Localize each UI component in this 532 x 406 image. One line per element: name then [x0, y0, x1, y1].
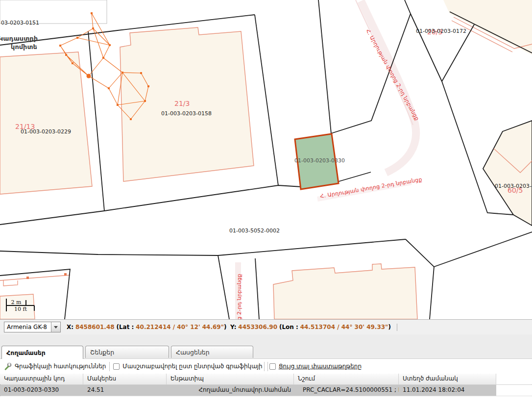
header-subtype[interactable]: Ենթատիպ — [167, 374, 294, 384]
label-21-3-code: 01-003-0203-0158 — [161, 110, 212, 117]
parcels-panel: Գրաֆիկայի հատկություններ Մասշտաբավորել ը… — [0, 358, 532, 406]
scale-to-graphic-checkbox[interactable] — [113, 363, 120, 370]
toolbar-separator — [109, 362, 110, 371]
cell-created-time[interactable]: 11.01.2024 18:02:04 — [399, 385, 496, 396]
lat-close: ) — [224, 324, 226, 330]
x-label: X: — [67, 324, 73, 330]
show-documents-checkbox[interactable] — [269, 363, 276, 370]
scale-to-graphic-label: Մասշտաբավորել ըստ ընտրված գրաֆիկայի — [122, 363, 262, 370]
scale-to-graphic-option[interactable]: Մասշտաբավորել ըստ ընտրված գրաֆիկայի — [113, 363, 262, 370]
projection-select[interactable]: Armenia GK-8 — [4, 322, 61, 332]
label-21-13-code: 01-003-0203-0229 — [21, 128, 71, 135]
label-21-3-number: 21/3 — [174, 100, 190, 107]
label-road-parcel-code: 01-003-5052-0002 — [229, 228, 280, 234]
cell-subtype[interactable]: Հողամաս_մոտավոր.Սահման — [167, 385, 294, 396]
toolbar-separator — [264, 362, 265, 371]
graphics-properties-label: Գրաֆիկայի հատկություններ — [15, 363, 106, 370]
tab-addresses-label: Հասցեներ — [176, 349, 210, 356]
projection-dropdown-button[interactable] — [51, 322, 60, 332]
tab-strip: Հողամասեր Շենքեր Հասցեներ — [0, 334, 532, 358]
map-label-0151: 03-0203-0151 — [1, 20, 39, 26]
lon-value: 44.513704 / 44° 30' 49.33" — [300, 324, 388, 330]
lon-close: ) — [388, 324, 390, 330]
header-created-time[interactable]: Ստեղծ ժամանակ — [399, 374, 496, 384]
tab-parcels-label: Հողամասեր — [6, 349, 46, 356]
cell-cadastral-code[interactable]: 01-003-0203-0330 — [0, 385, 83, 396]
cell-area[interactable]: 24.51 — [83, 385, 167, 396]
label-60-5-number: 60/5 — [508, 186, 523, 194]
header-cadastral-code[interactable]: Կադաստրային կոդ — [0, 374, 83, 384]
status-bar: Armenia GK-8 X: 8458601.48 (Lat : 40.212… — [0, 319, 532, 334]
y-label: Y: — [230, 324, 236, 330]
table-row[interactable]: 01-003-0203-0330 24.51 Հողամաս_մոտավոր.Ս… — [0, 385, 532, 396]
cadastre-logo-text-1: Կադաստրի — [0, 35, 38, 42]
coordinate-readout: X: 8458601.48 (Lat : 40.212414 / 40° 12'… — [67, 324, 397, 331]
header-note[interactable]: Նշում — [294, 374, 399, 384]
scale-metric-label: 2 m — [11, 299, 22, 305]
panel-toolbar: Գրաֆիկայի հատկություններ Մասշտաբավորել ը… — [0, 359, 532, 374]
lat-label: (Lat : — [116, 324, 134, 330]
scale-imperial-label: 10 ft — [14, 306, 27, 312]
show-documents-label: Ցույց տալ փաստաթղթերը — [279, 363, 362, 370]
header-filler — [496, 374, 532, 384]
show-documents-option[interactable]: Ցույց տալ փաստաթղթերը — [269, 363, 362, 370]
toolbar-separator — [267, 362, 268, 371]
parcels-table: Կադաստրային կոդ Մակերես Ենթատիպ Նշում Ստ… — [0, 374, 532, 396]
chevron-down-icon — [54, 326, 58, 329]
tab-parcels[interactable]: Հողամասեր — [1, 346, 83, 359]
wrench-icon — [4, 362, 12, 370]
cell-note[interactable]: PRC_CACLAR=24.5100000551 ; P... — [294, 385, 399, 396]
parcel-21-13[interactable] — [0, 52, 92, 194]
graphics-properties-button[interactable]: Գրաֆիկայի հատկություններ — [4, 362, 106, 370]
lat-value: 40.212414 / 40° 12' 44.69" — [136, 324, 224, 330]
tab-buildings-label: Շենքեր — [90, 349, 114, 356]
parcel-bottom-building[interactable] — [273, 264, 417, 319]
x-value: 8458601.48 — [75, 324, 115, 330]
projection-value: Armenia GK-8 — [4, 324, 51, 330]
map-canvas[interactable]: 03-0203-0151 Կադաստրի կոմիտե 21/13 01-00… — [0, 0, 532, 319]
lon-label: (Lon : — [279, 324, 298, 330]
table-header-row: Կադաստրային կոդ Մակերես Ենթատիպ Նշում Ստ… — [0, 374, 532, 385]
y-value: 4453306.90 — [238, 324, 277, 330]
status-separator — [397, 324, 397, 331]
street-label-bottom: ոց 2-րդ նրբանցք — [236, 274, 242, 319]
cell-filler — [496, 385, 532, 396]
cadastre-logo-text-2: կոմիտե — [11, 43, 37, 51]
app-window: 03-0203-0151 Կադաստրի կոմիտե 21/13 01-00… — [0, 0, 532, 406]
tab-buildings[interactable]: Շենքեր — [85, 346, 169, 358]
label-0172-code: 01-003-0203-0172 — [416, 28, 466, 34]
header-area[interactable]: Մակերես — [83, 374, 167, 384]
tab-addresses[interactable]: Հասցեներ — [171, 346, 253, 358]
label-selected-parcel-code: 01-003-0203-0330 — [294, 157, 345, 164]
